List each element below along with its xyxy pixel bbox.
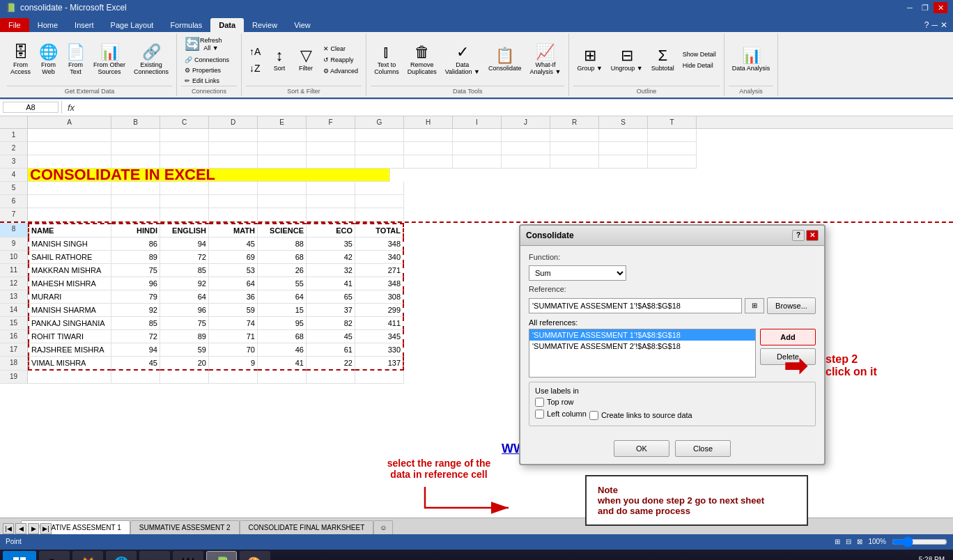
col-header-i[interactable]: I bbox=[453, 116, 502, 128]
cell-g6[interactable] bbox=[355, 195, 404, 208]
cell-b16[interactable]: 72 bbox=[111, 330, 160, 343]
text-to-columns-button[interactable]: ⫿ Text toColumns bbox=[371, 42, 403, 79]
group-button[interactable]: ⊞ Group ▼ bbox=[573, 46, 605, 75]
existing-connections-button[interactable]: 🔗 ExistingConnections bbox=[130, 42, 172, 79]
cell-s3[interactable] bbox=[599, 155, 648, 169]
subtotal-button[interactable]: Σ Subtotal bbox=[648, 46, 678, 75]
cell-a12[interactable]: MAHESH MISHRA bbox=[28, 277, 111, 290]
tab-formulas[interactable]: Formulas bbox=[162, 18, 210, 32]
cell-b7[interactable] bbox=[111, 208, 160, 221]
cell-g1[interactable] bbox=[355, 129, 404, 142]
tab-page-layout[interactable]: Page Layout bbox=[102, 18, 162, 32]
show-detail-button[interactable]: Show Detail bbox=[679, 49, 720, 59]
edit-links-button[interactable]: ✏ Edit Links bbox=[181, 76, 223, 86]
properties-button[interactable]: ⚙ Properties bbox=[181, 65, 224, 75]
cell-a14[interactable]: MANISH SHARMA bbox=[28, 304, 111, 317]
cell-d19[interactable] bbox=[209, 371, 258, 384]
clear-button[interactable]: ✕ Clear bbox=[320, 44, 362, 54]
tab-file[interactable]: File bbox=[0, 18, 29, 32]
cell-f9[interactable]: 35 bbox=[307, 238, 355, 251]
view-page-break-icon[interactable]: ⊠ bbox=[857, 538, 862, 545]
cell-f8[interactable]: ECO bbox=[307, 223, 355, 238]
col-header-b[interactable]: B bbox=[111, 116, 160, 128]
cell-a18[interactable]: VIMAL MISHRA bbox=[28, 357, 111, 371]
cell-b10[interactable]: 89 bbox=[111, 251, 160, 264]
cell-e3[interactable] bbox=[258, 155, 307, 169]
from-access-button[interactable]: 🗄 FromAccess bbox=[7, 42, 34, 79]
cell-f1[interactable] bbox=[307, 129, 355, 142]
cell-e15[interactable]: 95 bbox=[258, 317, 307, 330]
formula-input[interactable] bbox=[80, 103, 950, 111]
create-links-checkbox[interactable] bbox=[589, 411, 598, 420]
cell-c18[interactable]: 20 bbox=[160, 357, 209, 371]
col-header-r[interactable]: R bbox=[550, 116, 599, 128]
cell-d7[interactable] bbox=[209, 208, 258, 221]
reference-input[interactable] bbox=[529, 298, 742, 313]
all-refs-item-1[interactable]: 'SUMMATIVE ASSESMENT 1'!$A$8:$G$18 bbox=[529, 329, 755, 341]
cell-j1[interactable] bbox=[502, 129, 550, 142]
tab-view[interactable]: View bbox=[286, 18, 319, 32]
cell-c12[interactable]: 92 bbox=[160, 277, 209, 290]
reference-collapse-button[interactable]: ⊞ bbox=[745, 298, 764, 313]
cell-a9[interactable]: MANISH SINGH bbox=[28, 238, 111, 251]
name-box[interactable] bbox=[3, 102, 59, 113]
close-dialog-button[interactable]: Close bbox=[675, 440, 731, 457]
cell-g12[interactable]: 348 bbox=[355, 277, 404, 290]
next-sheet-button[interactable]: ▶ bbox=[28, 523, 39, 534]
cell-d3[interactable] bbox=[209, 155, 258, 169]
cell-c6[interactable] bbox=[160, 195, 209, 208]
cell-b8[interactable]: HINDI bbox=[111, 223, 160, 238]
cell-f7[interactable] bbox=[307, 208, 355, 221]
last-sheet-button[interactable]: ▶| bbox=[40, 523, 52, 534]
cell-b13[interactable]: 79 bbox=[111, 290, 160, 304]
cell-i1[interactable] bbox=[453, 129, 502, 142]
cell-a11[interactable]: MAKKRAN MISHRA bbox=[28, 264, 111, 277]
col-header-j[interactable]: J bbox=[502, 116, 550, 128]
cell-f5[interactable] bbox=[307, 182, 355, 195]
cell-e19[interactable] bbox=[258, 371, 307, 384]
col-header-t[interactable]: T bbox=[648, 116, 697, 128]
cell-b6[interactable] bbox=[111, 195, 160, 208]
cell-e13[interactable]: 64 bbox=[258, 290, 307, 304]
sort-desc-button[interactable]: ↓Z bbox=[246, 61, 265, 76]
cell-g11[interactable]: 271 bbox=[355, 264, 404, 277]
cell-e16[interactable]: 68 bbox=[258, 330, 307, 343]
add-button[interactable]: Add bbox=[760, 329, 816, 345]
taskbar-file-explorer[interactable]: 🗁 bbox=[39, 551, 70, 560]
cell-g15[interactable]: 411 bbox=[355, 317, 404, 330]
minimize-button[interactable]: ─ bbox=[903, 2, 917, 13]
taskbar-firefox[interactable]: 🦊 bbox=[72, 551, 103, 560]
connections-button[interactable]: 🔗 Connections bbox=[181, 55, 233, 65]
sort-asc-button[interactable]: ↑A bbox=[246, 44, 265, 59]
cell-c5[interactable] bbox=[160, 182, 209, 195]
cell-h3[interactable] bbox=[404, 155, 453, 169]
sheet-tab-2[interactable]: SUMMATIVE ASSESMENT 2 bbox=[130, 520, 240, 534]
cell-g16[interactable]: 345 bbox=[355, 330, 404, 343]
cell-c7[interactable] bbox=[160, 208, 209, 221]
cell-d14[interactable]: 59 bbox=[209, 304, 258, 317]
browse-button[interactable]: Browse... bbox=[767, 297, 816, 314]
dialog-close-button[interactable]: ✕ bbox=[806, 230, 819, 241]
cell-a6[interactable] bbox=[28, 195, 111, 208]
cell-f3[interactable] bbox=[307, 155, 355, 169]
cell-b18[interactable]: 45 bbox=[111, 357, 160, 371]
cell-i2[interactable] bbox=[453, 142, 502, 155]
title-bar-controls[interactable]: ─ ❐ ✕ bbox=[903, 2, 947, 13]
cell-a3[interactable] bbox=[28, 155, 111, 169]
cell-e17[interactable]: 46 bbox=[258, 343, 307, 357]
cell-d9[interactable]: 45 bbox=[209, 238, 258, 251]
tab-home[interactable]: Home bbox=[29, 18, 66, 32]
dialog-help-button[interactable]: ? bbox=[792, 230, 805, 241]
cell-b15[interactable]: 85 bbox=[111, 317, 160, 330]
cell-r3[interactable] bbox=[550, 155, 599, 169]
view-layout-icon[interactable]: ⊟ bbox=[846, 538, 851, 545]
cell-b11[interactable]: 75 bbox=[111, 264, 160, 277]
cell-d12[interactable]: 64 bbox=[209, 277, 258, 290]
cell-e1[interactable] bbox=[258, 129, 307, 142]
cell-d15[interactable]: 74 bbox=[209, 317, 258, 330]
cell-f14[interactable]: 37 bbox=[307, 304, 355, 317]
cell-c3[interactable] bbox=[160, 155, 209, 169]
cell-d13[interactable]: 36 bbox=[209, 290, 258, 304]
col-header-e[interactable]: E bbox=[258, 116, 307, 128]
ungroup-button[interactable]: ⊟ Ungroup ▼ bbox=[607, 46, 646, 75]
